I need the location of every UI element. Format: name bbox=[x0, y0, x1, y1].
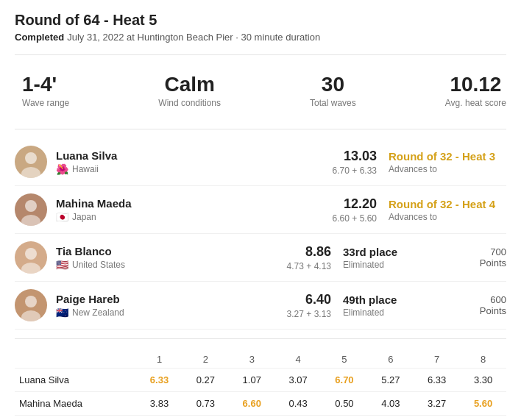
svg-point-1 bbox=[21, 167, 40, 178]
subtitle-text: July 31, 2022 at Huntington Beach Pier ·… bbox=[67, 32, 320, 43]
avatar bbox=[15, 241, 47, 274]
competitor-result-wrapper: 49th place Eliminated 600Points bbox=[343, 293, 506, 318]
table-row: Mahina Maeda3.830.736.600.430.504.033.27… bbox=[15, 392, 506, 416]
competitor-result-wrapper: Round of 32 - Heat 3 Advances to bbox=[389, 150, 506, 174]
score-cell: 0.50 bbox=[367, 416, 414, 421]
table-column-header: 3 bbox=[229, 351, 275, 369]
score-cell: 2.57 bbox=[182, 416, 229, 421]
svg-point-6 bbox=[25, 296, 37, 307]
competitor-country: 🇳🇿 New Zealand bbox=[56, 307, 287, 318]
table-column-header: 8 bbox=[460, 351, 506, 369]
wind-value: Calm bbox=[158, 73, 221, 96]
score-cell: 0.30 bbox=[322, 416, 368, 421]
score-cell: 5.27 bbox=[367, 369, 414, 392]
avatar bbox=[15, 289, 47, 321]
competitor-result: Round of 32 - Heat 3 Advances to bbox=[389, 150, 506, 174]
score-cell: 3.83 bbox=[136, 392, 182, 416]
svg-point-3 bbox=[21, 215, 40, 226]
score-cell: 1.07 bbox=[229, 369, 275, 392]
competitor-country: 🌺 Hawaii bbox=[56, 163, 333, 175]
score-cell: 2.67 bbox=[136, 416, 182, 421]
table-column-header: 6 bbox=[367, 351, 414, 369]
score-table: 12345678Luana Silva6.330.271.073.076.705… bbox=[15, 351, 506, 420]
competitor-name: Luana Silva bbox=[56, 149, 333, 162]
result-main: Round of 32 - Heat 3 bbox=[389, 150, 506, 163]
total-waves-label: Total waves bbox=[310, 98, 356, 108]
score-cell: 6.60 bbox=[229, 392, 275, 416]
avatar bbox=[15, 193, 47, 226]
score-cell: 3.07 bbox=[275, 369, 322, 392]
score-cell: 6.70 bbox=[322, 369, 368, 392]
competitor-result-wrapper: Round of 32 - Heat 4 Advances to bbox=[389, 198, 506, 222]
competitor-name: Mahina Maeda bbox=[56, 197, 333, 210]
row-name: Tia Blanco bbox=[15, 416, 136, 421]
stat-avg-score: 10.12 Avg. heat score bbox=[445, 73, 506, 108]
stats-row: 1-4' Wave range Calm Wind conditions 30 … bbox=[15, 64, 506, 120]
score-cell: 0.57 bbox=[229, 416, 275, 421]
score-cell: 0.27 bbox=[182, 369, 229, 392]
flag-icon: 🇯🇵 bbox=[56, 211, 68, 223]
row-name: Mahina Maeda bbox=[15, 392, 136, 416]
country-name: Japan bbox=[72, 212, 96, 222]
flag-icon: 🇺🇸 bbox=[56, 259, 68, 271]
competitors-list: Luana Silva 🌺 Hawaii 13.03 6.70 + 6.33 R… bbox=[15, 138, 506, 330]
score-cell: 6.33 bbox=[414, 369, 460, 392]
competitor-result: 33rd place Eliminated bbox=[343, 246, 461, 270]
result-sub: Eliminated bbox=[343, 260, 461, 270]
table-column-header: 1 bbox=[136, 351, 182, 369]
wave-scores: 6.70 + 6.33 bbox=[333, 165, 377, 176]
result-sub: Eliminated bbox=[343, 307, 461, 318]
total-score: 8.86 bbox=[287, 244, 331, 260]
page-title: Round of 64 - Heat 5 bbox=[15, 12, 506, 29]
country-name: Hawaii bbox=[72, 164, 99, 174]
svg-point-0 bbox=[25, 152, 37, 164]
competitor-row: Tia Blanco 🇺🇸 United States 8.86 4.73 + … bbox=[15, 234, 506, 282]
result-sub: Advances to bbox=[389, 212, 506, 222]
avatar bbox=[15, 146, 47, 178]
wind-label: Wind conditions bbox=[158, 98, 221, 108]
competitor-country: 🇯🇵 Japan bbox=[56, 211, 333, 223]
competitor-result: 49th place Eliminated bbox=[343, 293, 461, 318]
competitor-info: Mahina Maeda 🇯🇵 Japan bbox=[56, 197, 333, 223]
competitor-name: Paige Hareb bbox=[56, 293, 287, 305]
competitor-row: Paige Hareb 🇳🇿 New Zealand 6.40 3.27 + 3… bbox=[15, 282, 506, 330]
svg-point-5 bbox=[21, 263, 40, 274]
country-name: United States bbox=[72, 260, 125, 270]
wave-range-value: 1-4' bbox=[22, 73, 69, 96]
competitor-row: Mahina Maeda 🇯🇵 Japan 12.20 6.60 + 5.60 … bbox=[15, 186, 506, 234]
stat-wind: Calm Wind conditions bbox=[158, 73, 221, 108]
score-cell: 4.03 bbox=[367, 392, 414, 416]
result-main: Round of 32 - Heat 4 bbox=[389, 198, 506, 210]
score-cell: 3.30 bbox=[460, 369, 506, 392]
competitor-row: Luana Silva 🌺 Hawaii 13.03 6.70 + 6.33 R… bbox=[15, 138, 506, 186]
competitor-scores: 6.40 3.27 + 3.13 bbox=[287, 292, 331, 319]
result-main: 33rd place bbox=[343, 246, 461, 258]
total-score: 12.20 bbox=[333, 196, 377, 212]
score-cell: 5.60 bbox=[460, 392, 506, 416]
stat-wave-range: 1-4' Wave range bbox=[15, 73, 69, 108]
total-waves-value: 30 bbox=[310, 73, 356, 96]
score-cell: 6.33 bbox=[136, 369, 182, 392]
svg-point-7 bbox=[21, 310, 40, 321]
avg-score-value: 10.12 bbox=[445, 73, 506, 96]
wave-scores: 6.60 + 5.60 bbox=[333, 213, 377, 224]
score-cell: 0.50 bbox=[322, 392, 368, 416]
competitor-scores: 12.20 6.60 + 5.60 bbox=[333, 196, 377, 224]
competitor-info: Paige Hareb 🇳🇿 New Zealand bbox=[56, 293, 287, 318]
score-cell: 3.23 bbox=[275, 416, 322, 421]
total-score: 6.40 bbox=[287, 292, 331, 307]
svg-point-2 bbox=[25, 200, 37, 212]
table-column-header: 7 bbox=[414, 351, 460, 369]
score-cell: 0.73 bbox=[182, 392, 229, 416]
country-name: New Zealand bbox=[72, 307, 124, 318]
result-sub: Advances to bbox=[389, 164, 506, 174]
score-cell: 4.73 bbox=[414, 416, 460, 421]
subtitle: Completed July 31, 2022 at Huntington Be… bbox=[15, 32, 506, 43]
score-cell: 0.43 bbox=[275, 392, 322, 416]
competitor-result-wrapper: 33rd place Eliminated 700Points bbox=[343, 246, 506, 270]
table-row: Tia Blanco2.672.570.573.230.300.504.734.… bbox=[15, 416, 506, 421]
score-cell: 3.27 bbox=[414, 392, 460, 416]
competitor-info: Tia Blanco 🇺🇸 United States bbox=[56, 245, 287, 271]
score-cell: 4.13 bbox=[460, 416, 506, 421]
avg-score-label: Avg. heat score bbox=[445, 98, 506, 108]
